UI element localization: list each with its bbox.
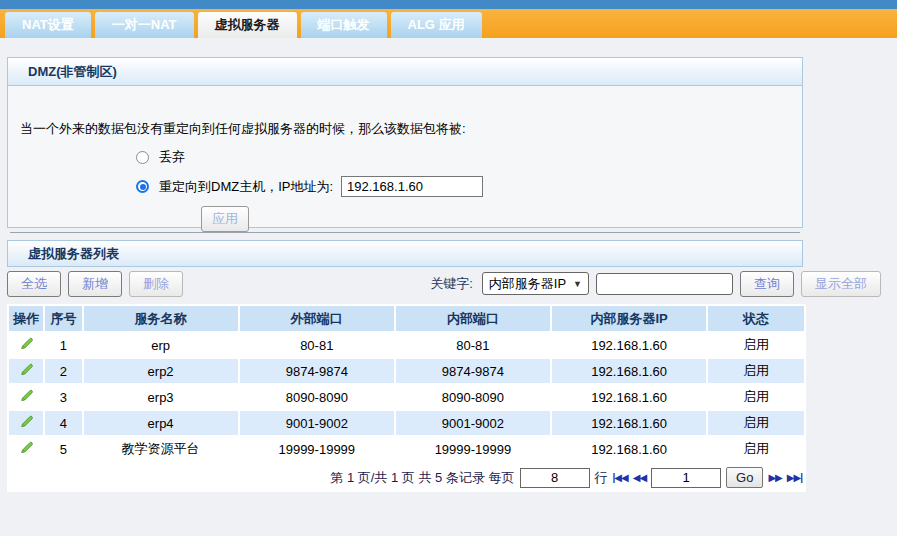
table-row: 5 教学资源平台 19999-19999 19999-19999 192.168… bbox=[9, 437, 804, 461]
apply-button[interactable]: 应用 bbox=[201, 206, 249, 232]
cell-index: 1 bbox=[45, 333, 81, 357]
cell-status: 启用 bbox=[708, 385, 804, 409]
col-internal-port: 内部端口 bbox=[396, 306, 550, 331]
col-external-port: 外部端口 bbox=[240, 306, 394, 331]
query-button[interactable]: 查询 bbox=[740, 271, 794, 297]
cell-internal-port: 19999-19999 bbox=[396, 437, 550, 461]
cell-status: 启用 bbox=[708, 333, 804, 357]
show-all-button[interactable]: 显示全部 bbox=[801, 271, 881, 297]
cell-external-port: 9001-9002 bbox=[240, 411, 394, 435]
cell-service-name: 教学资源平台 bbox=[84, 437, 238, 461]
per-page-input[interactable] bbox=[520, 468, 590, 488]
tab-one-to-one-nat[interactable]: 一对一NAT bbox=[95, 12, 194, 38]
virtual-server-table: 操作 序号 服务名称 外部端口 内部端口 内部服务器IP 状态 1 erp 80… bbox=[7, 304, 806, 463]
tab-alg-application[interactable]: ALG 应用 bbox=[391, 12, 482, 38]
col-index: 序号 bbox=[45, 306, 81, 331]
drop-radio[interactable] bbox=[136, 151, 149, 164]
drop-radio-label: 丢弃 bbox=[159, 148, 185, 166]
add-button[interactable]: 新增 bbox=[68, 271, 122, 297]
cell-internal-port: 8090-8090 bbox=[396, 385, 550, 409]
last-page-icon[interactable]: ▶▶| bbox=[787, 472, 802, 483]
nat-tab-bar: NAT设置 一对一NAT 虚拟服务器 端口触发 ALG 应用 bbox=[0, 9, 897, 38]
edit-pencil-icon[interactable] bbox=[19, 440, 34, 455]
cell-status: 启用 bbox=[708, 437, 804, 461]
dmz-panel-title: DMZ(非管制区) bbox=[8, 58, 802, 86]
edit-pencil-icon[interactable] bbox=[19, 414, 34, 429]
select-all-button[interactable]: 全选 bbox=[7, 271, 61, 297]
dmz-panel-body: 当一个外来的数据包没有重定向到任何虚拟服务器的时候，那么该数据包将被: 丢弃 重… bbox=[8, 86, 802, 241]
keyword-select[interactable]: 内部服务器IP ▼ bbox=[482, 272, 589, 295]
cell-internal-server-ip: 192.168.1.60 bbox=[552, 359, 706, 383]
cell-external-port: 9874-9874 bbox=[240, 359, 394, 383]
next-page-icon[interactable]: ▶▶ bbox=[768, 472, 781, 483]
cell-service-name: erp bbox=[84, 333, 238, 357]
chevron-down-icon: ▼ bbox=[573, 279, 582, 289]
dmz-ip-input[interactable] bbox=[341, 176, 483, 197]
cell-service-name: erp3 bbox=[84, 385, 238, 409]
cell-service-name: erp2 bbox=[84, 359, 238, 383]
keyword-label: 关键字: bbox=[430, 275, 473, 293]
redirect-dmz-radio[interactable] bbox=[136, 180, 149, 193]
keyword-select-value: 内部服务器IP bbox=[489, 275, 566, 293]
cell-internal-port: 80-81 bbox=[396, 333, 550, 357]
edit-pencil-icon[interactable] bbox=[19, 336, 34, 351]
cell-index: 4 bbox=[45, 411, 81, 435]
cell-internal-port: 9874-9874 bbox=[396, 359, 550, 383]
rows-suffix-label: 行 bbox=[595, 469, 608, 487]
dmz-description: 当一个外来的数据包没有重定向到任何虚拟服务器的时候，那么该数据包将被: bbox=[20, 120, 802, 138]
cell-internal-server-ip: 192.168.1.60 bbox=[552, 411, 706, 435]
page-number-input[interactable] bbox=[651, 468, 721, 488]
col-internal-server-ip: 内部服务器IP bbox=[552, 306, 706, 331]
table-row: 3 erp3 8090-8090 8090-8090 192.168.1.60 … bbox=[9, 385, 804, 409]
tab-nat-settings[interactable]: NAT设置 bbox=[5, 12, 91, 38]
dmz-divider bbox=[10, 232, 800, 233]
col-actions: 操作 bbox=[9, 306, 43, 331]
cell-status: 启用 bbox=[708, 359, 804, 383]
table-row: 4 erp4 9001-9002 9001-9002 192.168.1.60 … bbox=[9, 411, 804, 435]
col-service-name: 服务名称 bbox=[84, 306, 238, 331]
cell-external-port: 80-81 bbox=[240, 333, 394, 357]
edit-pencil-icon[interactable] bbox=[19, 362, 34, 377]
tab-port-trigger[interactable]: 端口触发 bbox=[301, 12, 387, 38]
first-page-icon[interactable]: |◀◀ bbox=[613, 472, 628, 483]
cell-index: 3 bbox=[45, 385, 81, 409]
cell-external-port: 19999-19999 bbox=[240, 437, 394, 461]
cell-internal-server-ip: 192.168.1.60 bbox=[552, 437, 706, 461]
top-banner bbox=[0, 0, 897, 9]
cell-internal-port: 9001-9002 bbox=[396, 411, 550, 435]
edit-pencil-icon[interactable] bbox=[19, 388, 34, 403]
table-row: 2 erp2 9874-9874 9874-9874 192.168.1.60 … bbox=[9, 359, 804, 383]
cell-internal-server-ip: 192.168.1.60 bbox=[552, 385, 706, 409]
pagination-bar: 第 1 页/共 1 页 共 5 条记录 每页 行 |◀◀ ◀◀ Go ▶▶ ▶▶… bbox=[7, 463, 806, 492]
cell-external-port: 8090-8090 bbox=[240, 385, 394, 409]
page-summary: 第 1 页/共 1 页 共 5 条记录 每页 bbox=[330, 469, 514, 487]
table-header-row: 操作 序号 服务名称 外部端口 内部端口 内部服务器IP 状态 bbox=[9, 306, 804, 331]
list-toolbar: 全选 新增 删除 关键字: 内部服务器IP ▼ 查询 显示全部 bbox=[7, 269, 881, 298]
previous-page-icon[interactable]: ◀◀ bbox=[633, 472, 646, 483]
col-status: 状态 bbox=[708, 306, 804, 331]
delete-button[interactable]: 删除 bbox=[129, 271, 183, 297]
cell-service-name: erp4 bbox=[84, 411, 238, 435]
cell-index: 2 bbox=[45, 359, 81, 383]
virtual-server-list-panel: 虚拟服务器列表 bbox=[7, 240, 803, 267]
keyword-search-input[interactable] bbox=[596, 273, 733, 295]
cell-status: 启用 bbox=[708, 411, 804, 435]
go-button[interactable]: Go bbox=[726, 467, 763, 488]
cell-index: 5 bbox=[45, 437, 81, 461]
redirect-dmz-label: 重定向到DMZ主机，IP地址为: bbox=[159, 178, 333, 196]
tab-virtual-server[interactable]: 虚拟服务器 bbox=[198, 12, 297, 38]
dmz-panel: DMZ(非管制区) 当一个外来的数据包没有重定向到任何虚拟服务器的时候，那么该数… bbox=[7, 57, 803, 228]
table-row: 1 erp 80-81 80-81 192.168.1.60 启用 bbox=[9, 333, 804, 357]
cell-internal-server-ip: 192.168.1.60 bbox=[552, 333, 706, 357]
virtual-server-list-title: 虚拟服务器列表 bbox=[8, 241, 802, 266]
